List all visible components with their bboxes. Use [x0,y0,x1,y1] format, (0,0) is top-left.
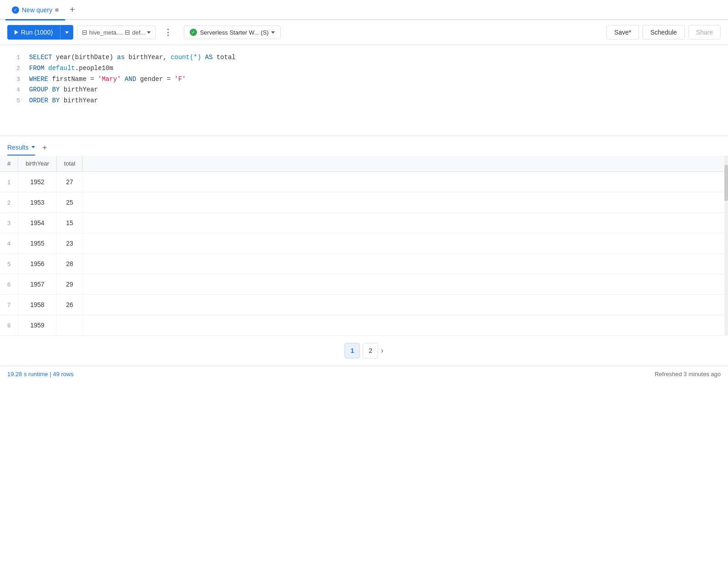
play-icon [15,30,18,35]
scroll-thumb[interactable] [724,165,728,201]
cell-empty [83,254,728,274]
cell-rownum: 7 [0,295,18,315]
cell-total: 28 [56,254,83,274]
table-row: 2195325 [0,192,728,213]
results-table-wrapper: # birthYear total 1195227219532531954154… [0,156,728,336]
cell-birthyear: 1955 [18,233,57,254]
tab-add-button[interactable]: + [65,0,80,20]
cell-total: 29 [56,274,83,295]
cell-total: 25 [56,192,83,213]
cell-empty [83,213,728,233]
table-row: 81959 [0,315,728,336]
run-dropdown-button[interactable] [60,25,73,40]
col-header-empty [83,156,728,172]
cell-birthyear: 1956 [18,254,57,274]
table-row: 1195227 [0,172,728,192]
cell-rownum: 4 [0,233,18,254]
table-row: 5195628 [0,254,728,274]
cluster-check-icon: ✓ [190,29,197,36]
tab-bar: ✓ New query + [0,0,728,20]
code-line: 2FROM default.people10m [0,63,728,74]
code-token: SELECT [29,52,56,63]
table-row: 4195523 [0,233,728,254]
check-icon: ✓ [12,6,19,14]
results-table: # birthYear total 1195227219532531954154… [0,156,728,336]
code-token: firstName = [52,74,98,85]
cell-empty [83,172,728,192]
runtime-info: 19.28 s runtime | 49 rows [7,371,74,378]
code-line: 1SELECT year(birthDate) as birthYear, co… [0,52,728,63]
cell-rownum: 2 [0,192,18,213]
db1-label: hive_meta.... [89,29,123,36]
code-token: AND [121,74,140,85]
save-button[interactable]: Save* [607,25,639,40]
cell-rownum: 5 [0,254,18,274]
line-number: 4 [7,85,20,95]
code-token: FROM [29,63,48,74]
line-number: 1 [7,53,20,63]
code-line: 4GROUP BY birthYear [0,85,728,96]
db2-label: def... [132,29,145,36]
results-chevron-icon [31,146,35,148]
cell-total: 26 [56,295,83,315]
table-row: 7195826 [0,295,728,315]
cell-total: 23 [56,233,83,254]
code-line: 5ORDER BY birthYear [0,96,728,106]
database2-icon: ⊟ [125,29,130,36]
code-line: 3WHERE firstName = 'Mary' AND gender = '… [0,74,728,85]
toolbar: Run (1000) ⊟ hive_meta.... ⊟ def... ⋮ ✓ … [0,20,728,45]
results-add-button[interactable]: + [39,143,51,156]
tab-dot [55,8,59,12]
page-next-button[interactable]: › [381,347,383,355]
code-token: AS [205,52,217,63]
more-options-button[interactable]: ⋮ [159,25,177,40]
cluster-chevron-icon [271,31,275,34]
schedule-button[interactable]: Schedule [642,25,684,40]
cell-rownum: 3 [0,213,18,233]
results-tab-label: Results [7,144,29,151]
db-chevron-icon [147,31,151,34]
refresh-info: Refreshed 3 minutes ago [655,371,721,378]
cell-empty [83,233,728,254]
chevron-down-icon [65,31,69,34]
run-button[interactable]: Run (1000) [7,25,60,40]
col-header-total: total [56,156,83,172]
cell-birthyear: 1954 [18,213,57,233]
cell-total: 15 [56,213,83,233]
table-row: 3195415 [0,213,728,233]
code-token: birthYear, [128,52,170,63]
table-row: 6195729 [0,274,728,295]
code-token: as [117,52,128,63]
run-label: Run (1000) [21,29,53,36]
cell-birthyear: 1952 [18,172,57,192]
code-editor[interactable]: 1SELECT year(birthDate) as birthYear, co… [0,45,728,136]
database-selector[interactable]: ⊟ hive_meta.... ⊟ def... [77,25,156,39]
tab-label: New query [22,6,52,14]
page-2-button[interactable]: 2 [363,343,378,358]
cell-rownum: 6 [0,274,18,295]
col-header-rownum: # [0,156,18,172]
code-token: default [48,63,75,74]
cell-rownum: 1 [0,172,18,192]
code-token: birthYear [64,85,98,96]
col-header-birthyear: birthYear [18,156,57,172]
page-1-button[interactable]: 1 [344,343,360,358]
cell-empty [83,315,728,336]
code-token: 'Mary' [98,74,121,85]
line-number: 2 [7,64,20,74]
cluster-selector[interactable]: ✓ Serverless Starter W... (S) [184,25,281,39]
tab-new-query[interactable]: ✓ New query [5,0,65,20]
code-token: count(*) [171,52,205,63]
line-number: 5 [7,96,20,106]
share-button: Share [688,25,721,40]
code-token: birthYear [64,96,98,106]
cell-empty [83,192,728,213]
cell-total: 27 [56,172,83,192]
scrollbar[interactable] [724,156,728,336]
cell-total [56,315,83,336]
results-header: Results + [0,136,728,156]
cell-birthyear: 1959 [18,315,57,336]
code-token: year(birthDate) [56,52,117,63]
code-token: .people10m [75,63,113,74]
results-tab[interactable]: Results [7,144,35,156]
